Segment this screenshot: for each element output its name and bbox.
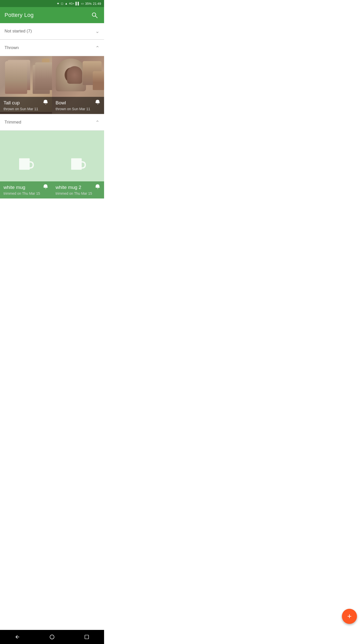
svg-rect-3 bbox=[19, 158, 30, 160]
battery-percent: 35% bbox=[85, 2, 92, 6]
white-mug-2-title: white mug 2 bbox=[56, 185, 81, 190]
white-mug-title: white mug bbox=[4, 185, 25, 190]
thrown-card-tall-cup[interactable]: Tall cup thrown on Sun Mar 11 bbox=[0, 56, 52, 114]
tall-cup-title-row: Tall cup bbox=[4, 99, 49, 106]
svg-line-1 bbox=[96, 16, 98, 18]
tall-cup-subtitle: thrown on Sun Mar 11 bbox=[4, 107, 49, 111]
white-mug-alarm-icon bbox=[43, 184, 49, 191]
bluetooth-icon: ✦ bbox=[57, 2, 60, 6]
tall-cup-alarm-icon bbox=[43, 99, 49, 106]
mug-placeholder-icon bbox=[17, 155, 35, 174]
svg-rect-2 bbox=[19, 160, 30, 170]
search-button[interactable] bbox=[89, 10, 100, 20]
status-icons: ✦ ◻ ▲ 4G+ ▌▌ ▭ 35% 21:49 bbox=[57, 2, 101, 6]
bowl-subtitle: thrown on Sun Mar 11 bbox=[56, 107, 101, 111]
thrown-cards-grid: Tall cup thrown on Sun Mar 11 bbox=[0, 56, 104, 114]
thrown-label: Thrown bbox=[5, 45, 19, 50]
time-display: 21:49 bbox=[93, 2, 101, 6]
trimmed-card-white-mug-2[interactable]: white mug 2 trimmed on Thu Mar 15 bbox=[52, 131, 104, 198]
white-mug-2-subtitle: trimmed on Thu Mar 15 bbox=[56, 191, 101, 195]
svg-rect-5 bbox=[71, 158, 82, 160]
app-title: Pottery Log bbox=[5, 12, 34, 18]
clay-detail bbox=[42, 59, 50, 69]
bowl-overlay: Bowl thrown on Sun Mar 11 bbox=[52, 97, 104, 114]
clay-shape-2 bbox=[33, 65, 50, 94]
battery-icon: ▭ bbox=[81, 2, 84, 5]
white-mug-2-title-row: white mug 2 bbox=[56, 184, 101, 191]
not-started-section-header[interactable]: Not started (7) ⌄ bbox=[0, 23, 104, 39]
not-started-chevron-icon: ⌄ bbox=[95, 28, 100, 34]
status-bar: ✦ ◻ ▲ 4G+ ▌▌ ▭ 35% 21:49 bbox=[0, 0, 104, 7]
white-mug-subtitle: trimmed on Thu Mar 15 bbox=[4, 191, 49, 195]
app-bar: Pottery Log bbox=[0, 7, 104, 23]
bowl-inner bbox=[65, 67, 78, 83]
trimmed-section-header[interactable]: Trimmed ⌄ bbox=[0, 114, 104, 131]
svg-rect-4 bbox=[71, 160, 82, 170]
tall-cup-overlay: Tall cup thrown on Sun Mar 11 bbox=[0, 97, 52, 114]
network-icon: 4G+ bbox=[69, 2, 74, 5]
bowl-shape-1 bbox=[56, 59, 86, 91]
thrown-chevron-icon: ⌄ bbox=[95, 45, 100, 51]
white-mug-2-alarm-icon bbox=[95, 184, 101, 191]
small-cup bbox=[93, 71, 104, 90]
white-mug-title-row: white mug bbox=[4, 184, 49, 191]
bowl-title-row: Bowl bbox=[56, 99, 101, 106]
white-mug-2-overlay: white mug 2 trimmed on Thu Mar 15 bbox=[52, 181, 104, 198]
trimmed-chevron-icon: ⌄ bbox=[95, 119, 100, 125]
mug-2-placeholder-icon bbox=[69, 155, 87, 174]
vibrate-icon: ◻ bbox=[61, 2, 63, 5]
thrown-card-bowl[interactable]: Bowl thrown on Sun Mar 11 bbox=[52, 56, 104, 114]
white-mug-overlay: white mug trimmed on Thu Mar 15 bbox=[0, 181, 52, 198]
thrown-section-header[interactable]: Thrown ⌄ bbox=[0, 40, 104, 56]
trimmed-card-white-mug[interactable]: white mug trimmed on Thu Mar 15 bbox=[0, 131, 52, 198]
bowl-alarm-icon bbox=[95, 99, 101, 106]
wifi-icon: ▲ bbox=[65, 2, 68, 5]
main-content: Not started (7) ⌄ Thrown ⌄ Tall cup bbox=[0, 23, 104, 229]
search-icon bbox=[91, 12, 98, 18]
bowl-title: Bowl bbox=[56, 100, 66, 106]
tall-cup-title: Tall cup bbox=[4, 100, 20, 106]
trimmed-label: Trimmed bbox=[5, 120, 21, 125]
clay-shape-1 bbox=[5, 61, 27, 94]
signal-icon: ▌▌ bbox=[75, 2, 80, 5]
trimmed-cards-grid: white mug trimmed on Thu Mar 15 bbox=[0, 131, 104, 198]
not-started-label: Not started (7) bbox=[5, 29, 32, 34]
